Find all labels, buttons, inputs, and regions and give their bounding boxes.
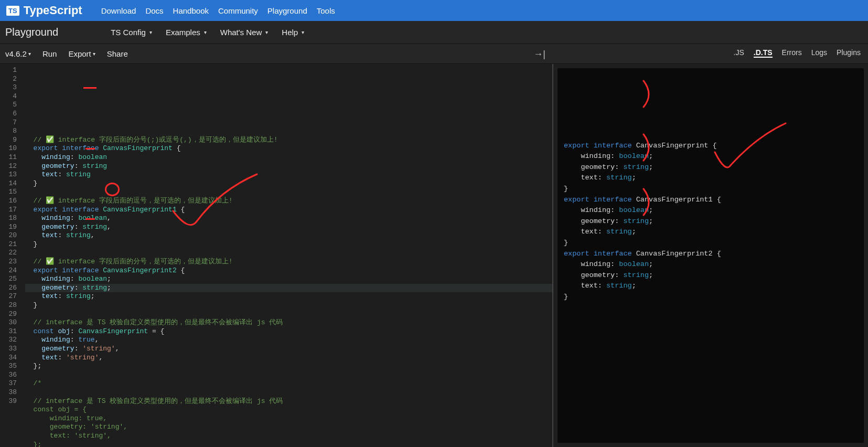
line-number: 2 <box>0 75 17 84</box>
menu-help[interactable]: Help <box>282 28 304 37</box>
line-number: 5 <box>0 101 17 110</box>
line-number: 7 <box>0 119 17 127</box>
ts-logo-icon: TS <box>6 6 19 16</box>
code-line: const obj: CanvasFingerprint = { <box>25 327 552 336</box>
line-number: 26 <box>0 284 17 293</box>
tab-js[interactable]: .JS <box>734 48 744 58</box>
line-number: 30 <box>0 318 17 327</box>
code-line: }; <box>25 362 552 371</box>
line-number: 13 <box>0 171 17 179</box>
line-number: 6 <box>0 110 17 119</box>
code-line: const obj = { <box>25 406 552 414</box>
output-line: geometry: string; <box>564 216 858 227</box>
line-number: 15 <box>0 188 17 197</box>
line-number: 33 <box>0 345 17 354</box>
code-line: winding: boolean; <box>25 275 552 284</box>
line-number: 23 <box>0 258 17 267</box>
line-number: 32 <box>0 336 17 345</box>
collapse-panel-icon[interactable]: →| <box>533 49 545 60</box>
tab-plugins[interactable]: Plugins <box>837 48 861 58</box>
output-line: export interface CanvasFingerprint2 { <box>564 249 858 260</box>
output-panel: export interface CanvasFingerprint { win… <box>558 68 864 443</box>
code-line: text: string <box>25 171 552 179</box>
share-button[interactable]: Share <box>107 49 128 58</box>
line-number: 22 <box>0 249 17 258</box>
line-number: 34 <box>0 354 17 363</box>
code-line: winding: true, <box>25 336 552 345</box>
line-number: 25 <box>0 275 17 284</box>
code-line: geometry: string <box>25 162 552 171</box>
tab-logs[interactable]: Logs <box>811 48 827 58</box>
line-number: 18 <box>0 214 17 223</box>
nav-docs[interactable]: Docs <box>145 6 163 15</box>
version-selector[interactable]: v4.6.2 <box>5 49 31 58</box>
code-line <box>25 188 552 197</box>
subnav-menu: TS Config Examples What's New Help <box>111 28 304 37</box>
code-content[interactable]: // ✅ interface 字段后面的分号(;)或逗号(,)，是可选的，但是建… <box>21 64 552 447</box>
line-number: 29 <box>0 310 17 319</box>
code-editor[interactable]: 1234567891011121314151617181920212223242… <box>0 64 553 447</box>
code-line: /* <box>25 379 552 388</box>
line-number: 24 <box>0 267 17 275</box>
code-line: // interface 是 TS 校验自定义类型使用的，但是最终不会被编译出 … <box>25 318 552 327</box>
annotation-underline-1 <box>83 87 97 89</box>
line-number: 14 <box>0 179 17 188</box>
export-button[interactable]: Export <box>68 49 95 58</box>
output-line: winding: boolean; <box>564 259 858 270</box>
nav-playground[interactable]: Playground <box>267 6 307 15</box>
toolbar: v4.6.2 Run Export Share →| .JS .D.TS Err… <box>0 44 868 64</box>
annotation-arc-1 <box>641 79 657 110</box>
menu-whatsnew[interactable]: What's New <box>220 28 269 37</box>
output-line: } <box>564 184 858 195</box>
code-line: winding: boolean, <box>25 214 552 223</box>
code-line: } <box>25 301 552 310</box>
code-line: // ✅ interface 字段后面的分号，是可选的，但是建议加上! <box>25 258 552 267</box>
main-area: 1234567891011121314151617181920212223242… <box>0 64 868 447</box>
line-number: 19 <box>0 223 17 232</box>
code-line: } <box>25 240 552 249</box>
output-line: text: string; <box>564 227 858 238</box>
menu-examples[interactable]: Examples <box>166 28 207 37</box>
tab-dts[interactable]: .D.TS <box>754 48 773 58</box>
nav-community[interactable]: Community <box>218 6 258 15</box>
code-line: winding: true, <box>25 414 552 423</box>
code-line: geometry: 'string', <box>25 423 552 432</box>
top-nav-links: Download Docs Handbook Community Playgro… <box>101 6 335 15</box>
line-number: 21 <box>0 240 17 249</box>
nav-download[interactable]: Download <box>101 6 136 15</box>
menu-tsconfig[interactable]: TS Config <box>111 28 152 37</box>
output-line: text: string; <box>564 281 858 292</box>
line-number: 38 <box>0 388 17 397</box>
output-line: export interface CanvasFingerprint1 { <box>564 195 858 206</box>
output-line: text: string; <box>564 173 858 184</box>
line-number: 8 <box>0 127 17 136</box>
code-line: text: 'string', <box>25 354 552 363</box>
code-line: } <box>25 179 552 188</box>
output-line: geometry: string; <box>564 270 858 281</box>
code-line: export interface CanvasFingerprint { <box>25 144 552 153</box>
line-number: 37 <box>0 379 17 388</box>
tab-errors[interactable]: Errors <box>782 48 802 58</box>
code-line: geometry: 'string', <box>25 345 552 354</box>
output-line: winding: boolean; <box>564 151 858 162</box>
line-number: 28 <box>0 301 17 310</box>
code-line: // ✅ interface 字段后面的分号(;)或逗号(,)，是可选的，但是建… <box>25 136 552 145</box>
brand-title: TypeScript <box>24 4 82 17</box>
code-line: text: 'string', <box>25 432 552 441</box>
top-nav: TS TypeScript Download Docs Handbook Com… <box>0 0 868 21</box>
code-line: // ✅ interface 字段后面的逗号，是可选的，但是建议加上! <box>25 197 552 206</box>
line-number: 12 <box>0 162 17 171</box>
output-line: winding: boolean; <box>564 205 858 216</box>
code-line: // interface 是 TS 校验自定义类型使用的，但是最终不会被编译出 … <box>25 397 552 406</box>
code-line: export interface CanvasFingerprint2 { <box>25 267 552 275</box>
line-gutter: 1234567891011121314151617181920212223242… <box>0 64 21 447</box>
run-button[interactable]: Run <box>42 49 57 58</box>
line-number: 16 <box>0 197 17 206</box>
code-line <box>25 310 552 319</box>
line-number: 4 <box>0 92 17 101</box>
code-line: text: string; <box>25 292 552 301</box>
line-number: 17 <box>0 206 17 215</box>
code-line: }; <box>25 441 552 447</box>
nav-handbook[interactable]: Handbook <box>173 6 209 15</box>
nav-tools[interactable]: Tools <box>317 6 335 15</box>
